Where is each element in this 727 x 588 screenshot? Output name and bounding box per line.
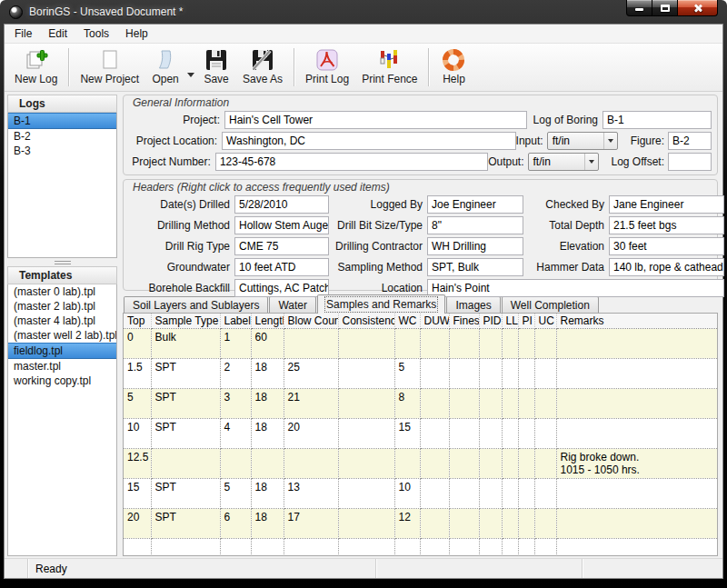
- table-cell[interactable]: 13: [284, 479, 338, 509]
- table-cell[interactable]: [338, 389, 394, 419]
- table-cell[interactable]: [479, 419, 502, 449]
- table-cell[interactable]: 4: [220, 419, 251, 449]
- table-cell[interactable]: [394, 539, 420, 557]
- open-button[interactable]: Open: [145, 46, 185, 88]
- table-cell[interactable]: 18: [251, 419, 284, 449]
- log-item-b-1[interactable]: B-1: [8, 113, 116, 129]
- table-cell[interactable]: 1.5: [124, 359, 151, 389]
- table-cell[interactable]: Bulk: [151, 329, 220, 359]
- table-cell[interactable]: SPT: [151, 419, 220, 449]
- groundwater-field[interactable]: 10 feet ATD: [234, 258, 329, 276]
- table-cell[interactable]: [479, 509, 502, 539]
- template-item-master-0-lab-tpl[interactable]: (master 0 lab).tpl: [8, 284, 116, 299]
- minimize-button[interactable]: [626, 0, 652, 16]
- dropdown-arrow-icon[interactable]: [187, 73, 194, 77]
- table-cell[interactable]: [449, 479, 479, 509]
- print-log-button[interactable]: Print Log: [299, 46, 355, 88]
- table-cell[interactable]: 1: [220, 329, 251, 359]
- table-cell[interactable]: 12: [394, 509, 420, 539]
- close-button[interactable]: [677, 0, 718, 16]
- table-cell[interactable]: [556, 479, 717, 509]
- table-cell[interactable]: 5: [394, 359, 420, 389]
- table-cell[interactable]: [556, 419, 717, 449]
- table-cell[interactable]: Rig broke down. 1015 - 1050 hrs.: [556, 449, 717, 479]
- table-cell[interactable]: 3: [220, 389, 251, 419]
- template-item-master-4-lab-tpl[interactable]: (master 4 lab).tpl: [8, 314, 116, 328]
- table-cell[interactable]: SPT: [151, 389, 220, 419]
- table-cell[interactable]: SPT: [151, 359, 220, 389]
- table-cell[interactable]: [449, 419, 479, 449]
- drill-bit-size-type-field[interactable]: 8": [427, 216, 523, 234]
- table-cell[interactable]: [479, 389, 502, 419]
- drilling-method-field[interactable]: Hollow Stem Auger: [234, 216, 329, 234]
- table-cell[interactable]: [502, 539, 518, 557]
- checked-by-field[interactable]: Jane Engineer: [609, 195, 724, 214]
- table-cell[interactable]: [449, 359, 479, 389]
- table-cell[interactable]: 20: [284, 419, 338, 449]
- print-fence-button[interactable]: Print Fence: [355, 46, 423, 88]
- log-offset-field[interactable]: [668, 153, 712, 171]
- table-cell[interactable]: 17: [284, 509, 338, 539]
- table-cell[interactable]: [556, 509, 717, 539]
- borehole-backfill-field[interactable]: Cuttings, AC Patch: [234, 279, 329, 297]
- table-cell[interactable]: [449, 539, 479, 557]
- table-cell[interactable]: [479, 479, 502, 509]
- menu-item-tools[interactable]: Tools: [75, 25, 117, 43]
- table-cell[interactable]: [556, 389, 717, 419]
- table-cell[interactable]: 12.5: [124, 449, 151, 479]
- new-log-button[interactable]: New Log: [8, 46, 64, 88]
- table-cell[interactable]: 25: [284, 359, 338, 389]
- table-cell[interactable]: [124, 539, 151, 557]
- table-cell[interactable]: [251, 449, 284, 479]
- tab-images[interactable]: Images: [446, 296, 500, 314]
- help-button[interactable]: Help: [433, 46, 473, 88]
- table-cell[interactable]: [534, 509, 556, 539]
- table-cell[interactable]: [220, 449, 251, 479]
- table-cell[interactable]: 8: [394, 389, 420, 419]
- table-cell[interactable]: [284, 539, 338, 557]
- log-item-b-3[interactable]: B-3: [8, 144, 116, 158]
- table-cell[interactable]: 10: [124, 419, 151, 449]
- table-cell[interactable]: 10: [394, 479, 420, 509]
- table-cell[interactable]: 15: [124, 479, 151, 509]
- table-cell[interactable]: 18: [251, 479, 284, 509]
- table-cell[interactable]: [449, 509, 479, 539]
- menu-item-edit[interactable]: Edit: [40, 25, 75, 43]
- table-cell[interactable]: [420, 329, 449, 359]
- table-cell[interactable]: 2: [220, 359, 251, 389]
- output-units-combobox[interactable]: ft/in: [528, 153, 599, 171]
- table-cell[interactable]: [251, 539, 284, 557]
- figure-field[interactable]: B-2: [668, 132, 712, 150]
- table-cell[interactable]: [534, 449, 556, 479]
- table-cell[interactable]: [220, 539, 251, 557]
- splitter-handle[interactable]: [7, 258, 117, 266]
- table-cell[interactable]: [479, 329, 502, 359]
- table-cell[interactable]: [394, 329, 420, 359]
- table-cell[interactable]: [338, 539, 394, 557]
- table-cell[interactable]: 18: [251, 359, 284, 389]
- log-item-b-2[interactable]: B-2: [8, 129, 116, 144]
- menu-item-file[interactable]: File: [6, 25, 40, 43]
- tab-well-completion[interactable]: Well Completion: [502, 296, 599, 314]
- table-cell[interactable]: [284, 329, 338, 359]
- table-cell[interactable]: [502, 509, 518, 539]
- template-item-master-2-lab-tpl[interactable]: (master 2 lab).tpl: [8, 299, 116, 314]
- table-cell[interactable]: [534, 419, 556, 449]
- input-units-combobox[interactable]: ft/in: [547, 132, 618, 150]
- table-cell[interactable]: 0: [124, 329, 151, 359]
- template-item-working-copy-tpl[interactable]: working copy.tpl: [8, 374, 116, 388]
- table-cell[interactable]: [420, 479, 449, 509]
- table-cell[interactable]: 21: [284, 389, 338, 419]
- table-cell[interactable]: [338, 359, 394, 389]
- table-cell[interactable]: [479, 449, 502, 479]
- table-cell[interactable]: [502, 479, 518, 509]
- logged-by-field[interactable]: Joe Engineer: [427, 195, 523, 214]
- table-cell[interactable]: SPT: [151, 509, 220, 539]
- table-cell[interactable]: 15: [394, 419, 420, 449]
- table-cell[interactable]: 5: [124, 389, 151, 419]
- table-cell[interactable]: [338, 449, 394, 479]
- maximize-button[interactable]: [652, 0, 677, 16]
- hammer-data-field[interactable]: 140 lb, rope & cathead: [609, 258, 724, 276]
- table-cell[interactable]: [449, 449, 479, 479]
- table-cell[interactable]: [502, 359, 518, 389]
